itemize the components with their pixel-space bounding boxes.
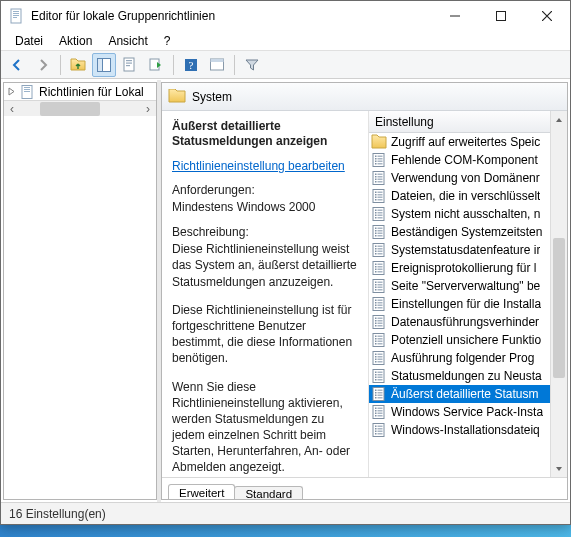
svg-rect-84 [373, 280, 384, 293]
up-icon[interactable] [66, 53, 90, 77]
menu-view[interactable]: Ansicht [100, 32, 155, 50]
tab-extended[interactable]: Erweitert [168, 484, 235, 500]
preview-icon[interactable] [205, 53, 229, 77]
list-vscrollbar[interactable] [550, 111, 567, 477]
svg-rect-124 [378, 356, 383, 358]
list-item[interactable]: Zugriff auf erweitertes Speic [369, 133, 550, 151]
menu-help[interactable]: ? [156, 32, 179, 50]
export-icon[interactable] [144, 53, 168, 77]
svg-rect-74 [378, 253, 383, 255]
list-item-label: Ausführung folgender Prog [391, 351, 534, 365]
edit-policy-link[interactable]: Richtlinieneinstellung bearbeiten [172, 159, 345, 173]
list-item[interactable]: Potenziell unsichere Funktio [369, 331, 550, 349]
scroll-thumb[interactable] [40, 102, 100, 116]
svg-rect-118 [375, 343, 377, 345]
list-item[interactable]: Datenausführungsverhinder [369, 313, 550, 331]
svg-rect-144 [378, 395, 383, 397]
list-item[interactable]: Windows-Installationsdateiq [369, 421, 550, 439]
svg-rect-66 [373, 244, 384, 257]
props-icon[interactable] [118, 53, 142, 77]
req-label: Anforderungen: [172, 183, 358, 197]
list-item[interactable]: Seite "Serververwaltung" be [369, 277, 550, 295]
svg-rect-86 [378, 282, 383, 284]
expand-icon[interactable] [6, 86, 17, 97]
svg-rect-73 [375, 253, 377, 255]
svg-rect-37 [375, 181, 377, 183]
list-item[interactable]: Beständigen Systemzeitsten [369, 223, 550, 241]
scroll-left-icon[interactable]: ‹ [4, 102, 20, 116]
svg-rect-104 [378, 318, 383, 320]
svg-rect-30 [373, 172, 384, 185]
list-item[interactable]: System nicht ausschalten, n [369, 205, 550, 223]
list-item[interactable]: Einstellungen für die Installa [369, 295, 550, 313]
policy-setting-icon [371, 170, 387, 186]
svg-rect-148 [375, 408, 377, 410]
list-item[interactable]: Systemstatusdatenfeature ir [369, 241, 550, 259]
tree-node[interactable]: Richtlinien für Lokal [6, 83, 156, 100]
svg-rect-147 [373, 406, 384, 419]
svg-rect-129 [373, 370, 384, 383]
close-button[interactable] [524, 1, 570, 31]
list-rows[interactable]: Zugriff auf erweitertes SpeicFehlende CO… [369, 133, 550, 477]
desc-label: Beschreibung: [172, 225, 358, 239]
list-item[interactable]: Windows Service Pack-Insta [369, 403, 550, 421]
svg-rect-61 [378, 230, 383, 232]
svg-rect-22 [375, 156, 377, 158]
list-item[interactable]: Statusmeldungen zu Neusta [369, 367, 550, 385]
svg-rect-44 [375, 197, 377, 199]
scroll-track[interactable] [551, 128, 567, 460]
scroll-up-icon[interactable] [551, 111, 567, 128]
list-item[interactable]: Verwendung von Domänenr [369, 169, 550, 187]
policy-setting-icon [371, 404, 387, 420]
list-item-label: Äußerst detaillierte Statusm [391, 387, 538, 401]
tree-pane[interactable]: Richtlinien für Lokal ‹ › [3, 82, 157, 500]
svg-rect-109 [375, 325, 377, 327]
scroll-thumb[interactable] [553, 238, 565, 378]
desc-text-3: Wenn Sie diese Richtlinieneinstellung ak… [172, 379, 358, 476]
svg-rect-29 [378, 163, 383, 165]
svg-rect-157 [375, 426, 377, 428]
svg-rect-154 [375, 415, 377, 417]
list-item-label: Systemstatusdatenfeature ir [391, 243, 540, 257]
tree[interactable]: Richtlinien für Lokal [4, 83, 156, 100]
maximize-button[interactable] [478, 1, 524, 31]
list-item[interactable]: Ereignisprotokollierung für l [369, 259, 550, 277]
svg-rect-62 [375, 233, 377, 235]
svg-rect-78 [375, 266, 377, 268]
minimize-button[interactable] [432, 1, 478, 31]
scroll-right-icon[interactable]: › [140, 102, 156, 116]
svg-rect-90 [378, 287, 383, 289]
svg-rect-45 [378, 197, 383, 199]
nav-fwd-icon[interactable] [31, 53, 55, 77]
list-item[interactable]: Äußerst detaillierte Statusm [369, 385, 550, 403]
list-item[interactable]: Fehlende COM-Komponent [369, 151, 550, 169]
filter-icon[interactable] [240, 53, 264, 77]
menu-action[interactable]: Aktion [51, 32, 100, 50]
policy-setting-icon [371, 242, 387, 258]
main-window: Editor für lokale Gruppenrichtlinien Dat… [0, 0, 571, 525]
svg-rect-25 [378, 158, 383, 160]
menu-file[interactable]: Datei [7, 32, 51, 50]
list-item-label: Ereignisprotokollierung für l [391, 261, 536, 275]
column-header[interactable]: Einstellung [369, 111, 550, 133]
svg-rect-146 [378, 397, 383, 399]
settings-list: Einstellung Zugriff auf erweitertes Spei… [369, 111, 567, 477]
toolbar-sep [234, 55, 235, 75]
svg-rect-68 [378, 246, 383, 248]
list-item[interactable]: Dateien, die in verschlüsselt [369, 187, 550, 205]
svg-rect-110 [378, 325, 383, 327]
help-icon[interactable]: ? [179, 53, 203, 77]
svg-rect-105 [375, 320, 377, 322]
scroll-down-icon[interactable] [551, 460, 567, 477]
policy-setting-icon [371, 224, 387, 240]
nav-back-icon[interactable] [5, 53, 29, 77]
show-tree-icon[interactable] [92, 53, 116, 77]
titlebar[interactable]: Editor für lokale Gruppenrichtlinien [1, 1, 570, 31]
list-item[interactable]: Ausführung folgender Prog [369, 349, 550, 367]
svg-rect-122 [378, 354, 383, 356]
policy-setting-icon [371, 368, 387, 384]
policy-setting-icon [371, 278, 387, 294]
toolbar-sep [60, 55, 61, 75]
tree-hscrollbar[interactable]: ‹ › [4, 100, 156, 116]
tab-standard[interactable]: Standard [234, 486, 303, 500]
